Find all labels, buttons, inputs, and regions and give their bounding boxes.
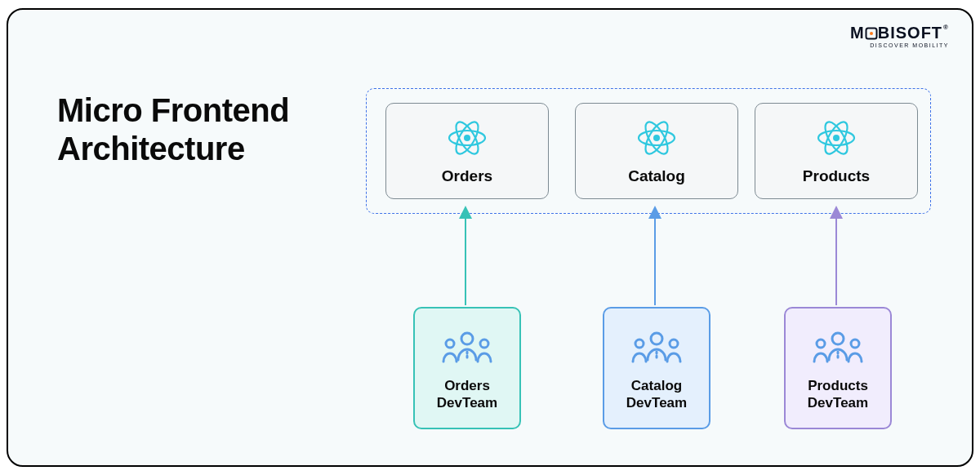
title-line-1: Micro Frontend <box>57 92 289 128</box>
svg-point-25 <box>851 340 859 348</box>
svg-point-9 <box>653 135 660 141</box>
team-label-line-2: DevTeam <box>808 395 868 411</box>
svg-point-21 <box>670 340 678 348</box>
brand-post: BISOFT <box>878 24 942 42</box>
svg-point-5 <box>464 135 470 141</box>
microfrontend-label: Orders <box>386 167 548 185</box>
svg-point-22 <box>832 333 844 344</box>
team-label: Orders DevTeam <box>415 377 519 412</box>
svg-point-20 <box>635 340 644 348</box>
brand-pre: M <box>850 24 865 42</box>
team-card-products: Products DevTeam <box>784 307 892 429</box>
team-icon <box>604 325 709 369</box>
microfrontend-card-orders: Orders <box>385 103 549 199</box>
team-label-line-2: DevTeam <box>437 395 497 411</box>
svg-point-16 <box>446 340 454 348</box>
team-label-line-2: DevTeam <box>626 395 687 411</box>
registered-mark: ® <box>943 24 949 31</box>
brand-logo: MBISOFT® DISCOVER MOBILITY <box>850 24 949 48</box>
microfrontend-card-catalog: Catalog <box>575 103 738 199</box>
team-card-catalog: Catalog DevTeam <box>603 307 710 429</box>
react-icon <box>386 115 548 161</box>
team-card-orders: Orders DevTeam <box>413 307 521 429</box>
react-icon <box>576 115 737 161</box>
brand-wordmark: MBISOFT® <box>850 24 949 41</box>
brand-logo-icon <box>865 24 878 41</box>
microfrontend-card-products: Products <box>755 103 918 199</box>
team-label: Products DevTeam <box>786 377 890 412</box>
svg-point-24 <box>817 340 825 348</box>
team-label-line-1: Orders <box>444 378 490 393</box>
microfrontend-label: Catalog <box>576 167 737 185</box>
team-label: Catalog DevTeam <box>604 377 709 412</box>
microfrontend-label: Products <box>755 167 917 185</box>
diagram-title: Micro Frontend Architecture <box>57 91 289 168</box>
team-icon <box>415 325 519 369</box>
svg-point-14 <box>461 333 473 344</box>
diagram-frame: MBISOFT® DISCOVER MOBILITY Micro Fronten… <box>7 8 973 467</box>
svg-point-17 <box>480 340 488 348</box>
svg-point-13 <box>833 135 840 141</box>
team-label-line-1: Products <box>808 378 868 393</box>
react-icon <box>755 115 917 161</box>
svg-point-18 <box>651 333 662 344</box>
title-line-2: Architecture <box>57 131 245 166</box>
svg-point-1 <box>870 32 873 35</box>
team-icon <box>786 325 890 369</box>
diagram-canvas: MBISOFT® DISCOVER MOBILITY Micro Fronten… <box>0 0 980 475</box>
brand-tagline: DISCOVER MOBILITY <box>850 42 949 48</box>
team-label-line-1: Catalog <box>631 378 682 393</box>
